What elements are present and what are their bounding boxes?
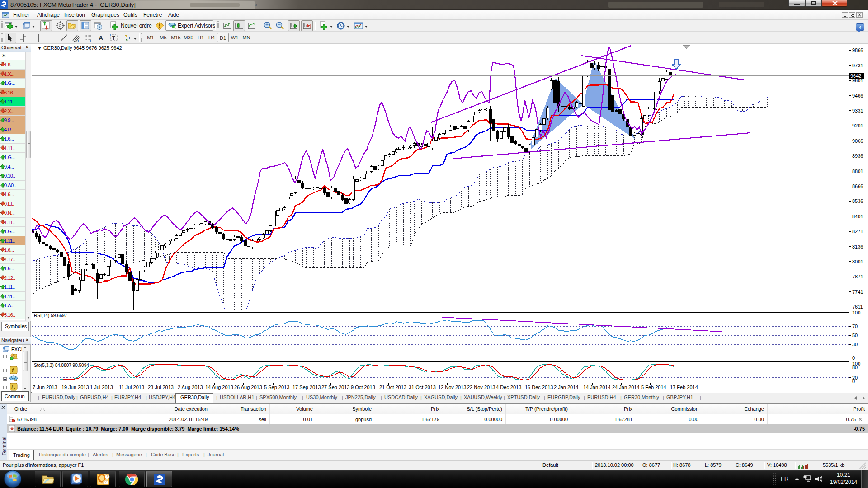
svg-text:4 Dec 2013: 4 Dec 2013 bbox=[496, 385, 521, 390]
svg-text:7 Jun 2013: 7 Jun 2013 bbox=[33, 385, 57, 390]
svg-text:14 Jan 2014: 14 Jan 2014 bbox=[583, 385, 611, 390]
svg-text:27 Sep 2013: 27 Sep 2013 bbox=[321, 385, 349, 390]
svg-text:19 Jun 2013: 19 Jun 2013 bbox=[61, 385, 89, 390]
svg-text:50: 50 bbox=[852, 333, 858, 338]
svg-text:5 Feb 2014: 5 Feb 2014 bbox=[641, 385, 666, 390]
svg-text:100: 100 bbox=[852, 310, 860, 315]
svg-text:A: A bbox=[99, 34, 103, 42]
svg-text:80: 80 bbox=[852, 365, 858, 370]
svg-text:8271: 8271 bbox=[852, 229, 863, 234]
svg-text:16 Dec 2013: 16 Dec 2013 bbox=[525, 385, 553, 390]
svg-text:11 Jul 2013: 11 Jul 2013 bbox=[119, 385, 144, 390]
svg-text:9066: 9066 bbox=[852, 138, 863, 144]
svg-text:9466: 9466 bbox=[852, 93, 863, 99]
svg-text:RSI(14) 59.6697: RSI(14) 59.6697 bbox=[34, 313, 67, 318]
svg-text:14 Aug 2013: 14 Aug 2013 bbox=[205, 385, 233, 390]
svg-text:9642: 9642 bbox=[850, 73, 861, 79]
svg-text:7741: 7741 bbox=[852, 289, 863, 295]
svg-text:1 Jul 2013: 1 Jul 2013 bbox=[90, 385, 113, 390]
svg-text:T: T bbox=[112, 35, 115, 41]
svg-text:8536: 8536 bbox=[852, 198, 863, 204]
svg-text:▼ GER30,Daily 9645 9676 9625: ▼ GER30,Daily 9645 9676 9625 9642 bbox=[37, 45, 122, 51]
svg-text:2 Aug 2013: 2 Aug 2013 bbox=[178, 385, 203, 390]
svg-text:5 Sep 2013: 5 Sep 2013 bbox=[264, 385, 289, 390]
svg-text:31 Oct 2013: 31 Oct 2013 bbox=[409, 385, 436, 390]
svg-text:8001: 8001 bbox=[852, 259, 863, 264]
svg-text:30: 30 bbox=[852, 342, 858, 347]
svg-text:Sto(5,3,3) 84.8807 90.5094: Sto(5,3,3) 84.8807 90.5094 bbox=[34, 363, 89, 368]
svg-text:70: 70 bbox=[852, 324, 858, 329]
svg-text:7611: 7611 bbox=[852, 304, 863, 310]
svg-text:17 Feb 2014: 17 Feb 2014 bbox=[670, 385, 698, 390]
svg-text:17 Sep 2013: 17 Sep 2013 bbox=[292, 385, 321, 390]
svg-text:2 Jan 2014: 2 Jan 2014 bbox=[554, 385, 578, 390]
svg-text:8936: 8936 bbox=[852, 153, 863, 159]
svg-text:12 Nov 2013: 12 Nov 2013 bbox=[438, 385, 466, 390]
svg-text:E: E bbox=[78, 39, 80, 42]
svg-text:9866: 9866 bbox=[852, 47, 863, 53]
svg-text:F: F bbox=[90, 39, 92, 42]
svg-text:22 Nov 2013: 22 Nov 2013 bbox=[467, 385, 495, 390]
svg-text:7871: 7871 bbox=[852, 274, 863, 279]
svg-text:23 Jul 2013: 23 Jul 2013 bbox=[148, 385, 174, 390]
svg-text:21 Oct 2013: 21 Oct 2013 bbox=[379, 385, 406, 390]
svg-text:9 Oct 2013: 9 Oct 2013 bbox=[351, 385, 375, 390]
svg-text:9201: 9201 bbox=[852, 123, 863, 128]
svg-text:8801: 8801 bbox=[852, 169, 863, 174]
svg-text:8401: 8401 bbox=[852, 214, 863, 219]
svg-text:8666: 8666 bbox=[852, 183, 863, 189]
svg-text:9331: 9331 bbox=[852, 108, 863, 113]
svg-text:9731: 9731 bbox=[852, 63, 863, 68]
svg-text:0: 0 bbox=[852, 379, 855, 384]
svg-text:24 Jan 2014: 24 Jan 2014 bbox=[612, 385, 640, 390]
svg-text:8136: 8136 bbox=[852, 244, 863, 249]
svg-text:26 Aug 2013: 26 Aug 2013 bbox=[234, 385, 262, 390]
svg-text:0: 0 bbox=[852, 355, 855, 361]
